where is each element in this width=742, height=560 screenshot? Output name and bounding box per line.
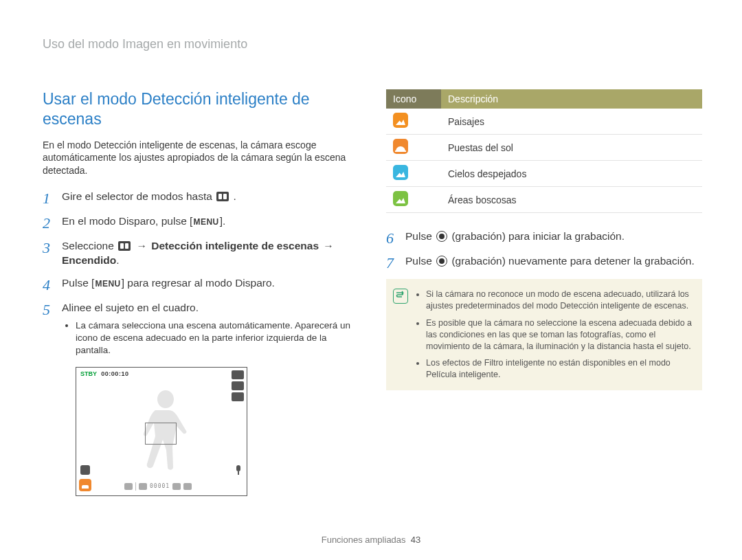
step-text: Alinee el sujeto en el cuadro. xyxy=(62,302,199,313)
footer-section: Funciones ampliadas xyxy=(322,535,406,545)
note-icon xyxy=(393,289,408,304)
step-body: Pulse (grabación) nuevamente para detene… xyxy=(405,254,702,269)
breadcrumb: Uso del modo Imagen en movimiento xyxy=(43,37,247,52)
section-title: Usar el modo Detección inteligente de es… xyxy=(43,89,359,129)
step-sublist: La cámara selecciona una escena automáti… xyxy=(62,320,359,357)
table-row: Paisajes xyxy=(386,109,702,135)
step-3: 3 Seleccione → Detección inteligente de … xyxy=(43,239,359,268)
step-number: 1 xyxy=(43,190,62,206)
sky-icon xyxy=(393,165,408,180)
step-text: Seleccione xyxy=(62,240,117,251)
table-head-desc: Descripción xyxy=(441,89,702,109)
stby-indicator: STBY 00:00:10 xyxy=(80,370,128,377)
scene-table: Icono Descripción Paisajes Puestas del s… xyxy=(386,89,702,213)
step-number: 7 xyxy=(386,254,405,271)
step-text-tail: . xyxy=(116,254,119,266)
movie-mode-icon xyxy=(216,192,229,201)
flash-icon xyxy=(139,483,147,490)
step-7: 7 Pulse (grabación) nuevamente para dete… xyxy=(386,254,702,271)
stby-time: 00:00:10 xyxy=(101,370,128,377)
step-subitem: La cámara selecciona una escena automáti… xyxy=(76,320,359,357)
mode-icon xyxy=(124,483,133,490)
step-number: 6 xyxy=(386,229,405,246)
step-5: 5 Alinee el sujeto en el cuadro. La cáma… xyxy=(43,301,359,359)
movie-mode-icon xyxy=(118,241,131,251)
step-text: Pulse xyxy=(405,255,435,267)
sunset-icon xyxy=(393,139,408,154)
table-row: Puestas del sol xyxy=(386,135,702,161)
step-text: Pulse [ xyxy=(62,277,94,289)
microphone-icon xyxy=(234,465,243,475)
table-row: Cielos despejados xyxy=(386,161,702,187)
step-text-bold: Detección inteligente de escenas xyxy=(151,240,322,251)
table-cell: Cielos despejados xyxy=(441,161,702,187)
menu-label: MENU xyxy=(94,278,121,289)
divider xyxy=(135,482,136,491)
camera-screen-preview: STBY 00:00:10 00001 xyxy=(76,367,247,496)
record-button-icon xyxy=(436,231,447,242)
step-text: Gire el selector de modos hasta xyxy=(62,190,215,202)
step-number: 2 xyxy=(43,214,62,231)
focus-rectangle xyxy=(145,423,177,445)
footer-page-number: 43 xyxy=(411,535,420,545)
step-body: Gire el selector de modos hasta . xyxy=(62,190,359,204)
screen-right-icons xyxy=(232,370,244,401)
table-cell: Paisajes xyxy=(441,109,702,135)
stby-label: STBY xyxy=(80,370,97,377)
step-1: 1 Gire el selector de modos hasta . xyxy=(43,190,359,206)
step-2: 2 En el modo Disparo, pulse [MENU]. xyxy=(43,214,359,231)
step-body: Pulse (grabación) para iniciar la grabac… xyxy=(405,229,702,244)
menu-label: MENU xyxy=(192,216,219,227)
step-text-tail: ]. xyxy=(220,215,226,227)
step-text-tail: (grabación) para iniciar la grabación. xyxy=(451,230,625,242)
table-row: Áreas boscosas xyxy=(386,187,702,213)
note-item: Si la cámara no reconoce un modo de esce… xyxy=(426,289,693,312)
wb-icon xyxy=(232,392,244,401)
step-text-bold2: Encendido xyxy=(62,254,116,266)
step-number: 4 xyxy=(43,276,62,293)
forest-icon xyxy=(393,191,408,206)
note-box: Si la cámara no reconoce un modo de esce… xyxy=(386,279,702,390)
steps-right: 6 Pulse (grabación) para iniciar la grab… xyxy=(386,229,702,271)
scene-chip-icon xyxy=(79,479,91,491)
note-list: Si la cámara no reconoce un modo de esce… xyxy=(415,289,693,381)
content-columns: Usar el modo Detección inteligente de es… xyxy=(43,89,702,496)
note-icon-wrap xyxy=(393,289,408,381)
storage-icon xyxy=(172,483,181,490)
landscape-icon xyxy=(393,113,408,128)
step-body: Seleccione → Detección inteligente de es… xyxy=(62,239,359,268)
step-number: 3 xyxy=(43,239,62,256)
battery-icon xyxy=(183,483,192,490)
left-column: Usar el modo Detección inteligente de es… xyxy=(43,89,359,496)
page-footer: Funciones ampliadas 43 xyxy=(0,535,742,545)
steps-left: 1 Gire el selector de modos hasta . 2 En… xyxy=(43,190,359,358)
right-column: Icono Descripción Paisajes Puestas del s… xyxy=(386,89,702,496)
intro-paragraph: En el modo Detección inteligente de esce… xyxy=(43,139,359,178)
step-6: 6 Pulse (grabación) para iniciar la grab… xyxy=(386,229,702,246)
table-cell: Áreas boscosas xyxy=(441,187,702,213)
step-number: 5 xyxy=(43,301,62,317)
step-body: Alinee el sujeto en el cuadro. La cámara… xyxy=(62,301,359,359)
table-head-icon: Icono xyxy=(386,89,441,109)
screen-bottom-bar: 00001 xyxy=(124,482,207,491)
stabilizer-icon xyxy=(80,465,90,475)
table-cell: Puestas del sol xyxy=(441,135,702,161)
note-item: Los efectos de Filtro inteligente no est… xyxy=(426,357,693,381)
step-text-tail: (grabación) nuevamente para detener la g… xyxy=(451,255,694,267)
step-body: En el modo Disparo, pulse [MENU]. xyxy=(62,214,359,229)
arrow-icon: → xyxy=(323,240,334,251)
step-4: 4 Pulse [MENU] para regresar al modo Dis… xyxy=(43,276,359,293)
resolution-icon xyxy=(232,370,244,379)
step-body: Pulse [MENU] para regresar al modo Dispa… xyxy=(62,276,359,291)
step-text: Pulse xyxy=(405,230,435,242)
arrow-icon: → xyxy=(136,240,147,251)
record-button-icon xyxy=(436,256,447,267)
quality-icon xyxy=(232,381,244,390)
step-text: En el modo Disparo, pulse [ xyxy=(62,215,192,227)
step-text-tail: ] para regresar al modo Disparo. xyxy=(122,277,275,289)
frame-counter: 00001 xyxy=(150,483,170,489)
note-item: Es posible que la cámara no seleccione l… xyxy=(426,317,693,352)
step-text-tail: . xyxy=(233,190,236,202)
